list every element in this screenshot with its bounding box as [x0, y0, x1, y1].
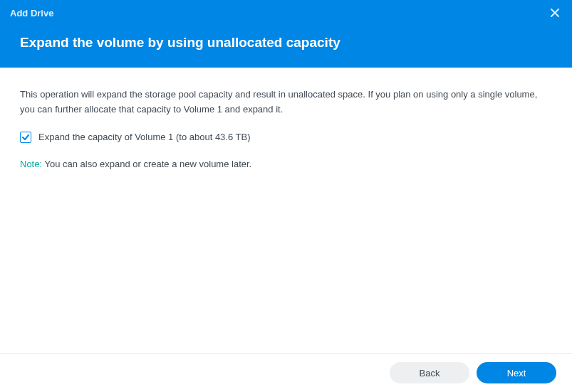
checkmark-icon	[21, 133, 30, 142]
back-button[interactable]: Back	[390, 362, 469, 383]
dialog-subtitle: Expand the volume by using unallocated c…	[0, 23, 572, 68]
header-top-bar: Add Drive	[0, 0, 572, 23]
description-text: This operation will expand the storage p…	[20, 88, 552, 117]
dialog-content: This operation will expand the storage p…	[0, 68, 572, 186]
expand-checkbox-label: Expand the capacity of Volume 1 (to abou…	[38, 130, 251, 145]
note-row: Note: You can also expand or create a ne…	[20, 157, 552, 172]
expand-checkbox-row: Expand the capacity of Volume 1 (to abou…	[20, 130, 552, 145]
note-text: You can also expand or create a new volu…	[42, 159, 251, 169]
dialog-header: Add Drive Expand the volume by using una…	[0, 0, 572, 68]
expand-capacity-checkbox[interactable]	[20, 132, 31, 143]
close-icon[interactable]	[548, 6, 562, 21]
note-label: Note:	[20, 159, 42, 169]
dialog-title: Add Drive	[10, 8, 53, 18]
next-button[interactable]: Next	[477, 362, 556, 383]
dialog-footer: Back Next	[0, 353, 572, 392]
